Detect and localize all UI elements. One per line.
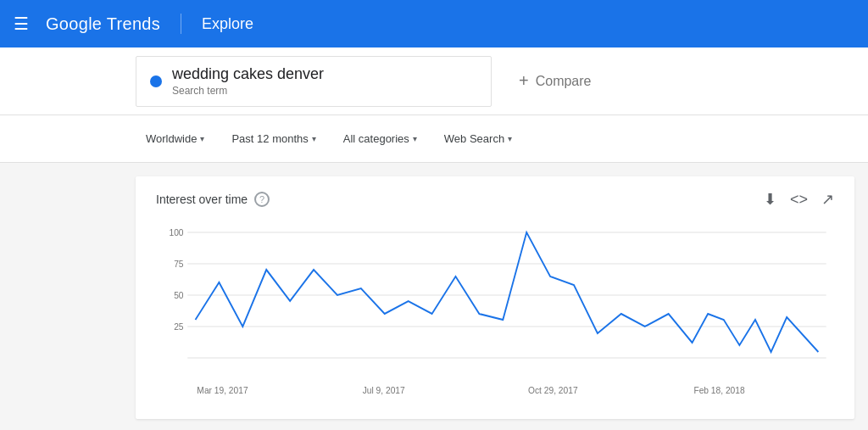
compare-button[interactable]: + Compare (492, 56, 619, 107)
header-divider (181, 14, 181, 34)
trend-line (196, 232, 819, 352)
search-term-box[interactable]: wedding cakes denver Search term (136, 56, 492, 107)
app-logo: Google Trends (46, 14, 160, 34)
app-header: ☰ Google Trends Explore (0, 0, 868, 47)
main-content: Interest over time ? ⬇ <> ↗ 100 75 50 (0, 163, 868, 430)
download-icon[interactable]: ⬇ (764, 190, 776, 209)
explore-label: Explore (202, 15, 253, 33)
filter-search-type-label: Web Search (444, 132, 504, 145)
filter-location-label: Worldwide (146, 132, 197, 145)
compare-label: Compare (536, 74, 592, 89)
filter-category-label: All categories (343, 132, 409, 145)
embed-icon[interactable]: <> (790, 191, 808, 209)
chart-container: Interest over time ? ⬇ <> ↗ 100 75 50 (136, 176, 854, 419)
chevron-down-icon: ▾ (508, 134, 512, 143)
filter-category[interactable]: All categories ▾ (333, 126, 427, 152)
filter-time[interactable]: Past 12 months ▾ (221, 126, 326, 152)
filter-time-label: Past 12 months (231, 132, 308, 145)
trend-chart: 100 75 50 25 Mar 19, 2017 Jul 9, 2017 Oc… (156, 215, 834, 402)
svg-text:Mar 19, 2017: Mar 19, 2017 (197, 385, 248, 395)
chart-header: Interest over time ? ⬇ <> ↗ (156, 190, 834, 209)
search-term-label: Search term (172, 85, 324, 97)
compare-plus-icon: + (519, 71, 529, 91)
chart-svg-wrapper: 100 75 50 25 Mar 19, 2017 Jul 9, 2017 Oc… (156, 215, 834, 405)
chevron-down-icon: ▾ (200, 134, 204, 143)
filter-search-type[interactable]: Web Search ▾ (434, 126, 522, 152)
share-icon[interactable]: ↗ (821, 190, 834, 209)
search-term-dot (150, 75, 162, 87)
svg-text:50: 50 (174, 290, 183, 300)
search-term-content: wedding cakes denver Search term (172, 65, 324, 97)
chart-actions: ⬇ <> ↗ (764, 190, 834, 209)
chart-title: Interest over time (156, 193, 248, 206)
help-icon[interactable]: ? (254, 192, 270, 207)
chart-title-group: Interest over time ? (156, 192, 270, 207)
filter-location[interactable]: Worldwide ▾ (136, 126, 214, 152)
chevron-down-icon: ▾ (312, 134, 316, 143)
svg-text:Oct 29, 2017: Oct 29, 2017 (528, 385, 578, 395)
menu-icon[interactable]: ☰ (14, 14, 29, 34)
svg-text:100: 100 (170, 227, 184, 237)
svg-text:25: 25 (174, 321, 183, 332)
svg-text:Jul 9, 2017: Jul 9, 2017 (363, 385, 405, 395)
svg-text:Feb 18, 2018: Feb 18, 2018 (693, 385, 744, 395)
filter-bar: Worldwide ▾ Past 12 months ▾ All categor… (0, 115, 868, 163)
search-area: wedding cakes denver Search term + Compa… (0, 47, 868, 115)
svg-text:75: 75 (174, 259, 183, 269)
chevron-down-icon: ▾ (413, 134, 417, 143)
search-term-text: wedding cakes denver (172, 65, 324, 83)
